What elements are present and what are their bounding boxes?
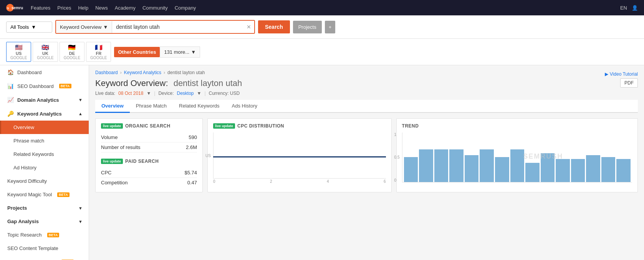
sidebar-item-ad-history[interactable]: Ad History: [0, 161, 89, 174]
cpc-stat: CPC $5.74: [101, 168, 197, 178]
sidebar-item-related-keywords[interactable]: Related Keywords: [0, 147, 89, 161]
nav-company[interactable]: Company: [175, 5, 196, 11]
cpc-distribution-header: live update CPC DISTRIBUTION: [213, 123, 386, 129]
sidebar-item-keyword-analytics[interactable]: 🔑 Keyword Analytics ▲: [0, 107, 89, 121]
cpc-distribution-panel: live update CPC DISTRIBUTION US 0 2 4 6: [207, 118, 392, 192]
sidebar-item-overview[interactable]: Overview: [0, 121, 89, 134]
sidebar: 🏠 Dashboard 📊 SEO Dashboard BETA 📈 Domai…: [0, 65, 89, 260]
search-button[interactable]: Search: [258, 20, 290, 33]
sidebar-item-keyword-magic[interactable]: Keyword Magic Tool BETA: [0, 188, 89, 201]
tab-related-keywords[interactable]: Related Keywords: [173, 100, 226, 113]
trend-bar: [495, 157, 509, 182]
paid-search-header: live update PAID SEARCH: [101, 159, 197, 164]
sidebar-item-phrase-match[interactable]: Phrase match: [0, 134, 89, 147]
sidebar-item-seo-writing-assistant[interactable]: SEO Writing Assistant BETA: [0, 255, 89, 260]
semrush-watermark: SEMRUSH: [523, 152, 563, 161]
trend-chart: 1 0.5 0 SEMRUSH: [402, 132, 632, 182]
flags-row: 🇺🇸 US GOOGLE 🇬🇧 UK GOOGLE 🇩🇪 DE GOOGLE 🇫…: [0, 39, 644, 65]
tab-overview[interactable]: Overview: [95, 100, 130, 113]
top-nav-links: Features Prices Help News Academy Commun…: [31, 5, 196, 11]
nav-academy[interactable]: Academy: [115, 5, 136, 11]
user-icon[interactable]: 👤: [632, 5, 638, 11]
trend-bar: [480, 149, 494, 182]
nav-news[interactable]: News: [95, 5, 108, 11]
add-project-button[interactable]: +: [325, 21, 336, 33]
trend-bar: [571, 159, 585, 182]
gap-analysis-arrow-icon: ▼: [78, 219, 83, 224]
flag-uk[interactable]: 🇬🇧 UK GOOGLE: [33, 42, 58, 62]
keyword-dropdown[interactable]: Keyword Overview ▼: [56, 21, 112, 33]
nav-help[interactable]: Help: [78, 5, 88, 11]
search-bar-row: All Tools ▼ Keyword Overview ▼ ✕ Search …: [0, 15, 644, 39]
main-content: Dashboard › Keyword Analytics › dentist …: [89, 65, 644, 260]
domain-analytics-icon: 📈: [7, 97, 13, 103]
competition-stat: Competition 0.47: [101, 178, 197, 187]
other-countries-chevron-icon: ▼: [191, 49, 196, 55]
lang-selector[interactable]: EN: [620, 5, 627, 11]
nav-features[interactable]: Features: [31, 5, 50, 11]
nav-prices[interactable]: Prices: [57, 5, 71, 11]
flag-fr[interactable]: 🇫🇷 FR GOOGLE: [86, 42, 111, 62]
other-countries-button[interactable]: Other Countries: [114, 47, 160, 57]
other-countries-section: Other Countries 131 more... ▼: [114, 46, 200, 58]
domain-analytics-arrow-icon: ▼: [78, 98, 83, 102]
nav-community[interactable]: Community: [142, 5, 168, 11]
sidebar-item-seo-content-template[interactable]: SEO Content Template: [0, 242, 89, 255]
projects-button[interactable]: Projects: [293, 21, 322, 33]
date-selector[interactable]: 08 Oct 2018: [118, 91, 143, 96]
video-tutorial-link[interactable]: ▶ Video Tutorial: [605, 71, 638, 77]
trend-bar: [586, 155, 600, 182]
clear-button[interactable]: ✕: [243, 22, 254, 31]
breadcrumb-current: dentist layton utah: [167, 70, 205, 75]
sidebar-item-seo-dashboard[interactable]: 📊 SEO Dashboard BETA: [0, 79, 89, 93]
tab-phrase-match[interactable]: Phrase Match: [130, 100, 173, 113]
sidebar-item-keyword-difficulty[interactable]: Keyword Difficulty: [0, 174, 89, 188]
sidebar-item-domain-analytics[interactable]: 📈 Domain Analytics ▼: [0, 93, 89, 107]
results-stat: Number of results 2.6M: [101, 142, 197, 152]
trend-bar: [510, 149, 525, 182]
trend-bar: [434, 149, 449, 182]
organic-search-panel: live update ORGANIC SEARCH Volume 590 Nu…: [95, 118, 203, 192]
organic-search-header: live update ORGANIC SEARCH: [101, 123, 197, 129]
tab-ads-history[interactable]: Ads History: [226, 100, 263, 113]
keyword-analytics-icon: 🔑: [7, 111, 13, 117]
projects-arrow-icon: ▼: [78, 206, 83, 210]
sidebar-item-topic-research[interactable]: Topic Research BETA: [0, 228, 89, 242]
countries-count-dropdown[interactable]: 131 more... ▼: [160, 46, 200, 58]
dropdown-chevron-icon: ▼: [31, 24, 36, 30]
keyword-analytics-arrow-icon: ▲: [78, 111, 83, 116]
top-nav-left: S semrush Features Prices Help News Acad…: [6, 3, 196, 12]
trend-bar: [556, 159, 570, 182]
content-tabs: Overview Phrase Match Related Keywords A…: [95, 100, 638, 113]
cpc-axis-labels: 0 2 4 6: [213, 179, 386, 184]
device-selector[interactable]: Desktop: [177, 91, 194, 96]
page-title: Keyword Overview: dentist layton utah: [95, 78, 242, 88]
semrush-logo-icon: S semrush: [6, 3, 23, 12]
page-title-row: Keyword Overview: dentist layton utah PD…: [95, 78, 638, 88]
top-nav: S semrush Features Prices Help News Acad…: [0, 0, 644, 15]
sidebar-item-dashboard[interactable]: 🏠 Dashboard: [0, 65, 89, 79]
breadcrumb-keyword-analytics[interactable]: Keyword Analytics: [124, 70, 161, 75]
flag-de[interactable]: 🇩🇪 DE GOOGLE: [60, 42, 84, 62]
sidebar-item-projects[interactable]: Projects ▼: [0, 201, 89, 215]
search-input[interactable]: [112, 21, 243, 33]
trend-bars: [402, 132, 632, 182]
flag-us[interactable]: 🇺🇸 US GOOGLE: [6, 42, 31, 62]
pdf-button[interactable]: PDF: [620, 78, 638, 88]
trend-panel: TREND 1 0.5 0 SEMRUSH: [396, 118, 638, 192]
cpc-bar-area: [213, 132, 386, 179]
volume-stat: Volume 590: [101, 132, 197, 142]
sidebar-item-gap-analysis[interactable]: Gap Analysis ▼: [0, 215, 89, 228]
breadcrumb-dashboard[interactable]: Dashboard: [95, 70, 118, 75]
trend-bar: [419, 149, 433, 182]
trend-bar: [616, 159, 631, 182]
svg-text:S: S: [7, 7, 9, 10]
svg-text:semrush: semrush: [12, 6, 23, 10]
main-layout: 🏠 Dashboard 📊 SEO Dashboard BETA 📈 Domai…: [0, 65, 644, 260]
breadcrumb-row: Dashboard › Keyword Analytics › dentist …: [95, 70, 638, 78]
trend-bar: [465, 155, 479, 182]
cpc-line: [213, 156, 386, 157]
all-tools-dropdown[interactable]: All Tools ▼: [6, 22, 52, 33]
trend-header: TREND: [402, 123, 632, 129]
trend-bar: [601, 157, 616, 182]
